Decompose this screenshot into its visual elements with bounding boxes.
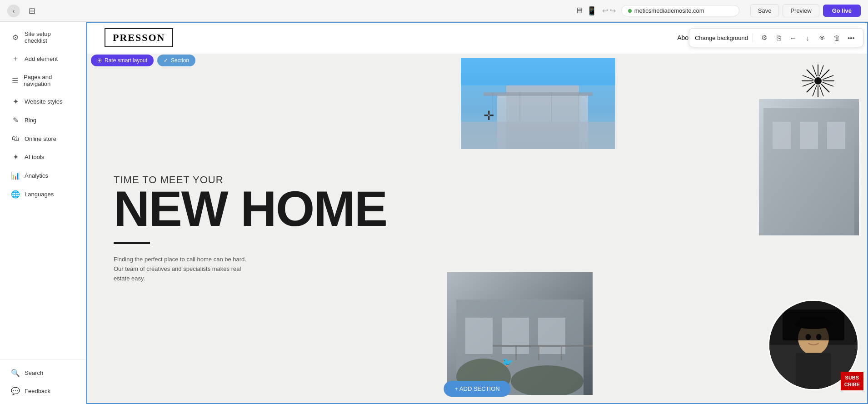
- svg-line-32: [807, 84, 815, 92]
- hero-image-building-bw: [447, 272, 593, 395]
- svg-rect-19: [561, 347, 562, 360]
- svg-line-41: [823, 82, 833, 86]
- svg-line-30: [807, 70, 815, 78]
- sidebar-item-online-store[interactable]: 🛍 Online store: [4, 130, 82, 147]
- sidebar: ⚙ Site setup checklist ＋ Add element ☰ P…: [0, 22, 86, 404]
- svg-rect-22: [773, 122, 791, 149]
- svg-rect-46: [799, 318, 828, 326]
- smart-layout-label: Rate smart layout: [105, 57, 147, 64]
- sidebar-item-search[interactable]: 🔍 Search: [4, 364, 82, 382]
- svg-point-44: [798, 322, 829, 355]
- add-section-button[interactable]: + ADD SECTION: [444, 381, 510, 397]
- url-bar: meticsmediademosite.com: [621, 5, 739, 16]
- setup-icon: ⚙: [11, 33, 20, 42]
- change-background-button[interactable]: Change background: [695, 35, 748, 41]
- svg-point-48: [806, 334, 811, 340]
- redo-button[interactable]: ↪: [610, 6, 616, 15]
- move-cursor: ✛: [484, 108, 494, 123]
- svg-rect-47: [796, 353, 831, 389]
- site-logo: PRESSON: [105, 28, 173, 47]
- hero-section: TIME TO MEET YOUR NEW HOME Finding the p…: [86, 54, 868, 404]
- svg-line-35: [819, 65, 823, 76]
- analytics-icon: 📊: [11, 171, 20, 180]
- svg-rect-24: [827, 122, 845, 149]
- preview-button[interactable]: Preview: [783, 4, 819, 17]
- sunburst-icon: [800, 63, 836, 99]
- subscribe-badge: SUBSCRIBE: [841, 372, 863, 390]
- twitter-icon: 🐦: [502, 357, 513, 368]
- section-check-icon: ✓: [164, 57, 168, 64]
- svg-point-49: [816, 334, 822, 340]
- ssl-indicator: [628, 9, 632, 13]
- toolbar-arrow-down-button[interactable]: ↓: [801, 31, 814, 44]
- hero-description: Finding the perfect place to call home c…: [114, 255, 250, 283]
- website-preview: PRESSON About us Projects ▾ Press Partne…: [86, 22, 868, 404]
- toolbar-settings-button[interactable]: ⚙: [758, 31, 770, 44]
- mobile-device-icon[interactable]: 📱: [587, 6, 597, 16]
- svg-point-45: [795, 319, 832, 329]
- toolbar-eye-button[interactable]: 👁: [816, 31, 828, 44]
- sidebar-toggle-button[interactable]: ⊟: [25, 5, 38, 17]
- svg-rect-2: [506, 85, 579, 149]
- floating-toolbar: Change background ⚙ ⎘ ← ↓ 👁 🗑 •••: [689, 28, 863, 47]
- main-layout: ⚙ Site setup checklist ＋ Add element ☰ P…: [0, 22, 868, 404]
- blog-icon: ✎: [11, 116, 20, 125]
- sidebar-item-feedback[interactable]: 💬 Feedback: [4, 382, 82, 400]
- store-icon: 🛍: [11, 135, 20, 143]
- hero-text-side: TIME TO MEET YOUR NEW HOME Finding the p…: [114, 174, 841, 283]
- svg-rect-0: [461, 58, 615, 149]
- back-button[interactable]: ‹: [7, 5, 20, 17]
- svg-rect-1: [497, 95, 588, 149]
- sidebar-item-setup[interactable]: ⚙ Site setup checklist: [4, 26, 82, 49]
- sidebar-item-analytics[interactable]: 📊 Analytics: [4, 167, 82, 185]
- toolbar-trash-button[interactable]: 🗑: [830, 31, 843, 44]
- svg-line-38: [803, 75, 813, 80]
- pages-icon: ☰: [11, 76, 19, 85]
- hero-title: NEW HOME: [114, 186, 841, 231]
- toolbar-arrow-left-button[interactable]: ←: [787, 31, 799, 44]
- svg-line-33: [821, 84, 829, 92]
- toolbar-main: Change background ⚙ ⎘ ← ↓ 👁 🗑 •••: [689, 28, 863, 47]
- sidebar-item-website-styles[interactable]: ✦ Website styles: [4, 93, 82, 110]
- toolbar-more-button[interactable]: •••: [845, 31, 858, 44]
- sidebar-item-add-element[interactable]: ＋ Add element: [4, 50, 82, 68]
- add-element-icon: ＋: [11, 54, 20, 64]
- canvas-area: PRESSON About us Projects ▾ Press Partne…: [86, 22, 868, 404]
- svg-point-25: [814, 77, 822, 85]
- languages-icon: 🌐: [11, 190, 20, 199]
- browser-bar: ‹ ⊟ 🖥 📱 ↩ ↪ meticsmediademosite.com Save…: [0, 0, 868, 22]
- sidebar-blog-label: Blog: [25, 117, 36, 124]
- desktop-device-icon[interactable]: 🖥: [575, 6, 583, 15]
- search-icon: 🔍: [11, 369, 20, 377]
- section-label: Section: [171, 57, 189, 64]
- url-text: meticsmediademosite.com: [634, 7, 704, 14]
- sidebar-item-ai-tools[interactable]: ✦ AI tools: [4, 148, 82, 166]
- rate-smart-layout-button[interactable]: ⊞ Rate smart layout: [91, 55, 154, 66]
- svg-rect-18: [538, 347, 539, 360]
- section-pills: ⊞ Rate smart layout ✓ Section: [91, 55, 195, 66]
- sidebar-setup-label: Site setup checklist: [25, 30, 75, 44]
- sidebar-item-blog[interactable]: ✎ Blog: [4, 111, 82, 129]
- sidebar-item-languages[interactable]: 🌐 Languages: [4, 185, 82, 203]
- svg-rect-16: [493, 345, 593, 347]
- sidebar-styles-label: Website styles: [25, 98, 63, 105]
- sidebar-store-label: Online store: [25, 135, 56, 142]
- toolbar-duplicate-button[interactable]: ⎘: [772, 31, 785, 44]
- golive-button[interactable]: Go live: [823, 5, 861, 17]
- svg-line-37: [819, 85, 823, 96]
- save-button[interactable]: Save: [750, 4, 779, 17]
- ai-icon: ✦: [11, 153, 20, 161]
- svg-rect-3: [461, 122, 615, 149]
- feedback-icon: 💬: [11, 387, 20, 395]
- sidebar-ai-label: AI tools: [25, 154, 44, 160]
- sidebar-languages-label: Languages: [25, 191, 54, 198]
- undo-button[interactable]: ↩: [602, 6, 608, 15]
- svg-line-31: [821, 70, 829, 78]
- toolbar-separator: [753, 33, 753, 42]
- svg-line-40: [823, 75, 833, 80]
- section-button[interactable]: ✓ Section: [157, 55, 195, 66]
- add-section-bar: + ADD SECTION: [444, 381, 510, 397]
- hero-image-top-blue: [461, 58, 615, 149]
- sidebar-analytics-label: Analytics: [25, 172, 48, 179]
- sidebar-item-pages-nav[interactable]: ☰ Pages and navigation: [4, 69, 82, 92]
